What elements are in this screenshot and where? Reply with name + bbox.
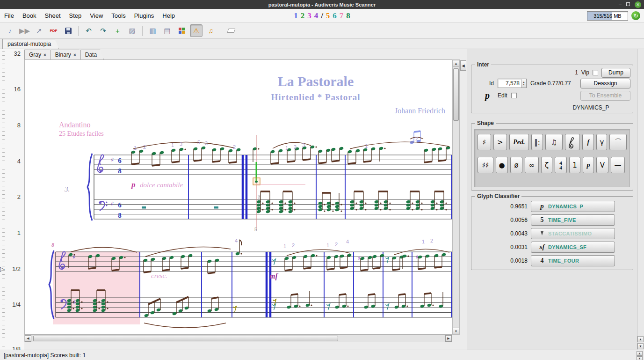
- menu-item-tools[interactable]: Tools: [107, 9, 130, 23]
- breve-button[interactable]: ●: [496, 157, 508, 173]
- memory-monitor[interactable]: 315/516 MB: [587, 11, 628, 21]
- step-3: 3: [307, 11, 311, 20]
- menu-item-sheet[interactable]: Sheet: [41, 9, 65, 23]
- id-value[interactable]: 7,578: [498, 79, 521, 88]
- inter-count: 1: [575, 69, 578, 76]
- time_four-icon: 4: [536, 257, 548, 264]
- scroll-down-icon[interactable]: ▼: [453, 328, 459, 334]
- sheet-view-tabs: Gray×Binary×Data: [24, 49, 101, 59]
- menu-item-file[interactable]: File: [0, 9, 18, 23]
- tab-binary[interactable]: Binary×: [51, 50, 83, 59]
- step-5: 5: [326, 11, 330, 20]
- vip-checkbox[interactable]: [593, 70, 598, 75]
- fingering-number: 2: [292, 242, 295, 248]
- scroll-left-icon[interactable]: ◀: [25, 335, 31, 342]
- accent-button[interactable]: >: [493, 134, 507, 150]
- svg-text:6: 6: [118, 201, 122, 209]
- menu-item-book[interactable]: Book: [18, 9, 41, 23]
- parallel-view-icon[interactable]: ▥: [146, 24, 159, 37]
- whole-note-button[interactable]: ø: [510, 157, 522, 173]
- time_five-icon: 5: [536, 216, 548, 224]
- status-scroll-up-icon[interactable]: ▲: [637, 351, 643, 356]
- shape-button-dynamics_sf[interactable]: sfDYNAMICS_SF: [531, 242, 615, 253]
- repeat-barline-button[interactable]: ‖:: [531, 134, 543, 150]
- id-spinner[interactable]: 7,578 ▲▼: [498, 79, 527, 88]
- close-tab-icon[interactable]: ×: [43, 52, 46, 58]
- collapse-left-icon[interactable]: ◀: [460, 60, 466, 71]
- menu-item-step[interactable]: Step: [65, 9, 86, 23]
- close-tab-icon[interactable]: ×: [73, 52, 76, 58]
- maximize-button[interactable]: [626, 0, 630, 9]
- errors-icon[interactable]: ⚠: [190, 24, 203, 37]
- scroll-up-icon[interactable]: ▲: [453, 60, 459, 66]
- eraser-icon[interactable]: [225, 24, 238, 37]
- confidence-score: 0.0043: [503, 230, 528, 237]
- dump-button[interactable]: Dump: [601, 68, 630, 78]
- shape-button-time_four[interactable]: 4TIME_FOUR: [531, 255, 615, 266]
- chords-icon[interactable]: ♫: [204, 24, 217, 37]
- close-button[interactable]: ✕: [635, 1, 641, 8]
- scroll-right-icon[interactable]: ▶: [445, 335, 452, 342]
- vertical-scroll-thumb[interactable]: [453, 68, 459, 121]
- save-icon[interactable]: [62, 24, 74, 37]
- split-divider[interactable]: ◀: [460, 49, 467, 350]
- zoom-slider-pointer[interactable]: ▷: [0, 265, 5, 272]
- sharp-button[interactable]: ♯: [478, 134, 491, 150]
- menu-item-plugins[interactable]: Plugins: [130, 9, 159, 23]
- report-icon[interactable]: ▨: [126, 24, 138, 37]
- voices-icon[interactable]: [175, 24, 188, 37]
- piece-number: 3.: [64, 185, 70, 193]
- menu-item-view[interactable]: View: [86, 9, 107, 23]
- horizontal-scrollbar[interactable]: ◀ ▶: [24, 335, 452, 342]
- gc-icon[interactable]: ↻: [631, 11, 640, 20]
- spinner-arrows-icon[interactable]: ▲▼: [521, 79, 526, 88]
- undo-icon[interactable]: ↶: [82, 24, 95, 37]
- svg-text:♯: ♯: [416, 254, 419, 260]
- sheet-canvas[interactable]: ♯♯6868♯♯♯♯12135321231241212412 La Pastor…: [24, 59, 452, 335]
- shape-button-dynamics_p[interactable]: pDYNAMICS_P: [531, 201, 615, 212]
- redo-icon[interactable]: ↷: [97, 24, 109, 37]
- key-sharps-button[interactable]: ♯♯: [478, 157, 493, 173]
- export-icon[interactable]: ↗: [33, 24, 45, 37]
- shape-button-staccatissimo[interactable]: STACCATISSIMO: [531, 228, 615, 239]
- menu-item-help[interactable]: Help: [158, 9, 179, 23]
- deassign-button[interactable]: Deassign: [580, 79, 630, 88]
- down-bow-button[interactable]: V: [596, 157, 608, 173]
- slur-button[interactable]: ⌒: [609, 134, 627, 150]
- zoom-ruler[interactable]: ▷ 321684211/21/41/8: [0, 49, 24, 350]
- zoom-level-8: 8: [17, 122, 21, 129]
- status-bar: [pastoral-mutopia] Scores built: 1 ▲ ▼: [0, 350, 644, 360]
- eighth-rest-button[interactable]: γ: [596, 134, 607, 150]
- dynamics-p-button[interactable]: p: [583, 157, 594, 173]
- turn-button[interactable]: ∞: [525, 157, 539, 173]
- fingering-number: 3: [205, 140, 208, 146]
- boards-scrollbar[interactable]: ▲ ▼: [637, 49, 644, 350]
- tab-data[interactable]: Data: [80, 50, 104, 59]
- horizontal-scroll-thumb[interactable]: [33, 336, 338, 341]
- dynamics-f-button[interactable]: f: [582, 134, 594, 150]
- edit-checkbox[interactable]: [511, 93, 517, 98]
- tab-book-pastoral-mutopia[interactable]: pastoral-mutopia: [2, 39, 59, 49]
- g-clef-button[interactable]: [565, 134, 580, 150]
- add-sheet-icon[interactable]: +: [111, 24, 124, 37]
- time-44-button[interactable]: 44: [555, 157, 567, 173]
- boards-scroll-up-icon[interactable]: ▲: [637, 336, 644, 342]
- status-scroll-down-icon[interactable]: ▼: [637, 356, 643, 360]
- fingering-number: 1: [422, 239, 425, 244]
- pdf-icon[interactable]: PDF: [47, 24, 60, 37]
- tenuto-button[interactable]: —: [611, 157, 625, 173]
- quarter-rest-button[interactable]: ζ: [541, 157, 552, 173]
- vertical-scrollbar[interactable]: ▲ ▼: [452, 59, 460, 335]
- confidence-score: 0.0018: [503, 257, 528, 264]
- transcribe-icon[interactable]: ▶▶: [18, 24, 31, 37]
- tab-gray[interactable]: Gray×: [24, 50, 53, 59]
- pedal-button[interactable]: Ped.: [509, 134, 529, 150]
- score-icon[interactable]: ♪: [4, 24, 16, 37]
- beam-group-button[interactable]: ♫: [545, 134, 563, 150]
- shape-button-time_five[interactable]: 5TIME_FIVE: [531, 214, 615, 226]
- boards-scroll-down-icon[interactable]: ▼: [637, 343, 644, 349]
- tabbed-view-icon[interactable]: ▤: [161, 24, 174, 37]
- minimize-button[interactable]: –: [619, 0, 622, 9]
- digit-1-button[interactable]: 1: [569, 157, 580, 173]
- fingering-number: 2: [430, 238, 433, 243]
